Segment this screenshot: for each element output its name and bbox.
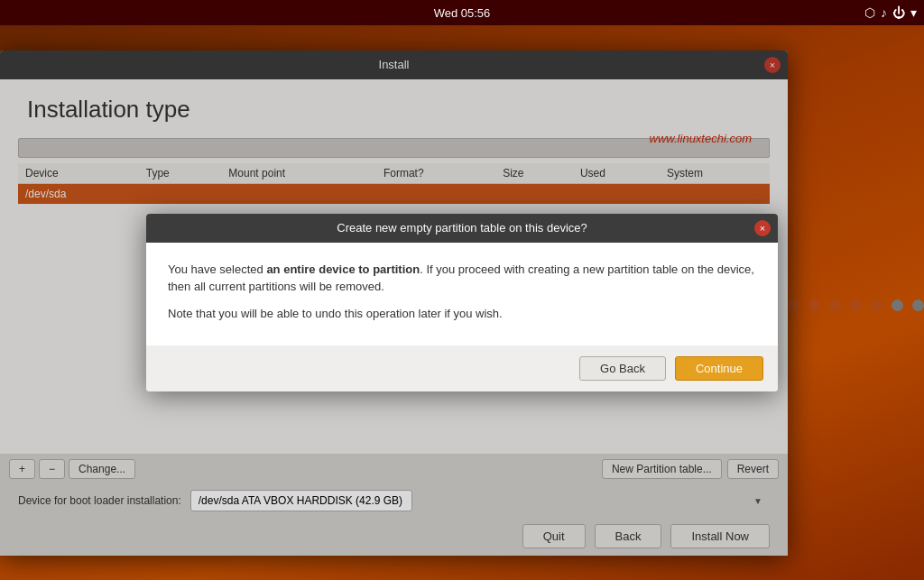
dialog-overlay: Create new empty partition table on this… (0, 25, 924, 580)
dialog-box: Create new empty partition table on this… (146, 214, 778, 392)
continue-button[interactable]: Continue (675, 356, 763, 381)
dialog-buttons: Go Back Continue (146, 345, 778, 391)
go-back-button[interactable]: Go Back (579, 356, 666, 381)
volume-icon[interactable]: ♪ (881, 5, 887, 20)
topbar-icons: ⬡ ♪ ⏻ ▾ (864, 5, 917, 20)
dialog-body: You have selected an entire device to pa… (146, 243, 778, 346)
dialog-close-button[interactable]: × (754, 220, 771, 236)
dialog-titlebar: Create new empty partition table on this… (146, 214, 778, 243)
power-icon[interactable]: ⏻ (892, 5, 905, 20)
desktop: Install × Installation type www.linuxtec… (0, 25, 924, 580)
dialog-text-bold: an entire device to partition (266, 262, 420, 276)
topbar: Wed 05:56 ⬡ ♪ ⏻ ▾ (0, 0, 924, 25)
topbar-time: Wed 05:56 (434, 6, 491, 20)
dialog-text-2: Note that you will be able to undo this … (168, 305, 756, 323)
network-icon[interactable]: ⬡ (864, 5, 875, 20)
chevron-down-icon[interactable]: ▾ (910, 5, 917, 20)
dialog-text-1: You have selected an entire device to pa… (168, 261, 756, 296)
dialog-title: Create new empty partition table on this… (337, 221, 587, 235)
